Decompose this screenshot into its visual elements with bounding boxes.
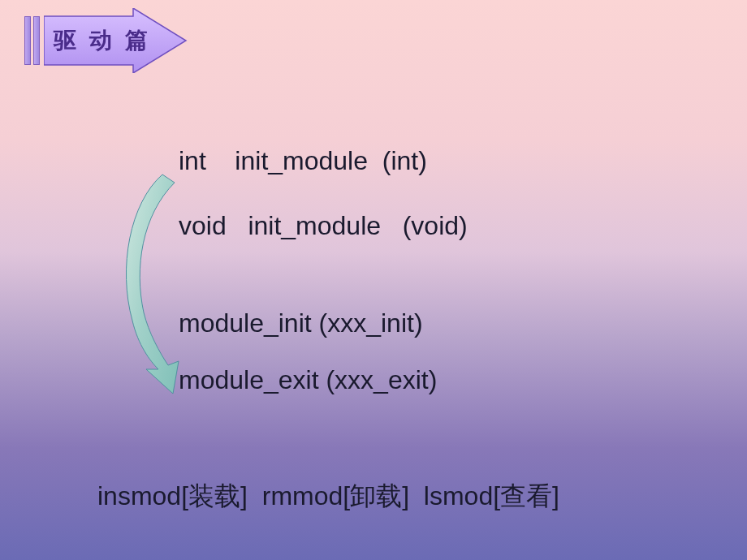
header-bars [24,16,40,65]
header-title-arrow: 驱 动 篇 [44,16,190,65]
header-bar-1 [24,16,31,65]
code-line-2: void init_module (void) [179,211,468,241]
header-bar-2 [33,16,40,65]
code-line-3: module_init (xxx_init) [179,308,423,338]
code-line-4: module_exit (xxx_exit) [179,365,437,395]
code-line-1: int init_module (int) [179,146,427,176]
commands-line: insmod[装载] rmmod[卸载] lsmod[查看] [97,479,559,515]
header-title-text: 驱 动 篇 [54,25,151,56]
header-arrow-group: 驱 动 篇 [24,16,190,65]
curved-arrow-icon [118,170,191,398]
